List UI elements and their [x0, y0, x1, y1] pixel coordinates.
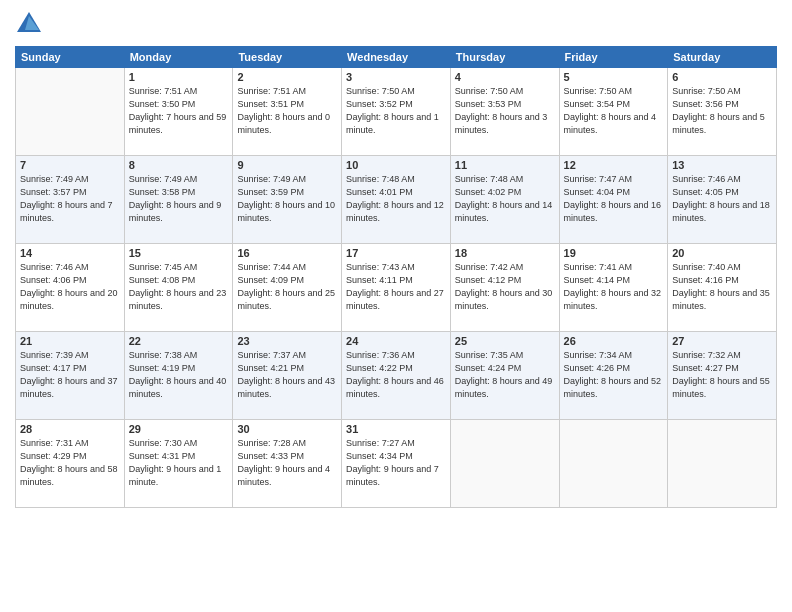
day-number: 31 — [346, 423, 446, 435]
weekday-header-row: SundayMondayTuesdayWednesdayThursdayFrid… — [16, 47, 777, 68]
day-info: Sunrise: 7:50 AM Sunset: 3:53 PM Dayligh… — [455, 85, 555, 137]
day-info: Sunrise: 7:32 AM Sunset: 4:27 PM Dayligh… — [672, 349, 772, 401]
day-number: 9 — [237, 159, 337, 171]
day-info: Sunrise: 7:48 AM Sunset: 4:01 PM Dayligh… — [346, 173, 446, 225]
day-info: Sunrise: 7:47 AM Sunset: 4:04 PM Dayligh… — [564, 173, 664, 225]
day-number: 15 — [129, 247, 229, 259]
day-number: 30 — [237, 423, 337, 435]
weekday-header-thursday: Thursday — [450, 47, 559, 68]
day-info: Sunrise: 7:46 AM Sunset: 4:06 PM Dayligh… — [20, 261, 120, 313]
calendar-cell: 13Sunrise: 7:46 AM Sunset: 4:05 PM Dayli… — [668, 156, 777, 244]
calendar-cell: 15Sunrise: 7:45 AM Sunset: 4:08 PM Dayli… — [124, 244, 233, 332]
calendar-cell: 6Sunrise: 7:50 AM Sunset: 3:56 PM Daylig… — [668, 68, 777, 156]
day-info: Sunrise: 7:28 AM Sunset: 4:33 PM Dayligh… — [237, 437, 337, 489]
day-number: 29 — [129, 423, 229, 435]
day-info: Sunrise: 7:46 AM Sunset: 4:05 PM Dayligh… — [672, 173, 772, 225]
day-info: Sunrise: 7:42 AM Sunset: 4:12 PM Dayligh… — [455, 261, 555, 313]
calendar-cell: 18Sunrise: 7:42 AM Sunset: 4:12 PM Dayli… — [450, 244, 559, 332]
day-number: 11 — [455, 159, 555, 171]
calendar-cell: 24Sunrise: 7:36 AM Sunset: 4:22 PM Dayli… — [342, 332, 451, 420]
day-info: Sunrise: 7:49 AM Sunset: 3:59 PM Dayligh… — [237, 173, 337, 225]
day-number: 21 — [20, 335, 120, 347]
calendar-cell — [16, 68, 125, 156]
day-info: Sunrise: 7:45 AM Sunset: 4:08 PM Dayligh… — [129, 261, 229, 313]
calendar-cell: 4Sunrise: 7:50 AM Sunset: 3:53 PM Daylig… — [450, 68, 559, 156]
calendar-cell: 29Sunrise: 7:30 AM Sunset: 4:31 PM Dayli… — [124, 420, 233, 508]
weekday-header-friday: Friday — [559, 47, 668, 68]
calendar-cell — [559, 420, 668, 508]
day-number: 8 — [129, 159, 229, 171]
day-number: 13 — [672, 159, 772, 171]
day-info: Sunrise: 7:48 AM Sunset: 4:02 PM Dayligh… — [455, 173, 555, 225]
day-number: 18 — [455, 247, 555, 259]
calendar-cell: 27Sunrise: 7:32 AM Sunset: 4:27 PM Dayli… — [668, 332, 777, 420]
calendar-cell: 10Sunrise: 7:48 AM Sunset: 4:01 PM Dayli… — [342, 156, 451, 244]
day-number: 7 — [20, 159, 120, 171]
calendar-cell — [450, 420, 559, 508]
day-number: 2 — [237, 71, 337, 83]
day-info: Sunrise: 7:34 AM Sunset: 4:26 PM Dayligh… — [564, 349, 664, 401]
weekday-header-saturday: Saturday — [668, 47, 777, 68]
day-number: 14 — [20, 247, 120, 259]
calendar-cell: 12Sunrise: 7:47 AM Sunset: 4:04 PM Dayli… — [559, 156, 668, 244]
day-number: 17 — [346, 247, 446, 259]
day-number: 5 — [564, 71, 664, 83]
calendar-cell: 16Sunrise: 7:44 AM Sunset: 4:09 PM Dayli… — [233, 244, 342, 332]
day-info: Sunrise: 7:41 AM Sunset: 4:14 PM Dayligh… — [564, 261, 664, 313]
day-info: Sunrise: 7:31 AM Sunset: 4:29 PM Dayligh… — [20, 437, 120, 489]
day-number: 4 — [455, 71, 555, 83]
day-number: 23 — [237, 335, 337, 347]
logo-icon — [15, 10, 43, 38]
calendar-cell: 9Sunrise: 7:49 AM Sunset: 3:59 PM Daylig… — [233, 156, 342, 244]
day-info: Sunrise: 7:38 AM Sunset: 4:19 PM Dayligh… — [129, 349, 229, 401]
day-info: Sunrise: 7:49 AM Sunset: 3:57 PM Dayligh… — [20, 173, 120, 225]
calendar-cell: 22Sunrise: 7:38 AM Sunset: 4:19 PM Dayli… — [124, 332, 233, 420]
calendar-cell: 28Sunrise: 7:31 AM Sunset: 4:29 PM Dayli… — [16, 420, 125, 508]
calendar-cell: 25Sunrise: 7:35 AM Sunset: 4:24 PM Dayli… — [450, 332, 559, 420]
week-row-0: 1Sunrise: 7:51 AM Sunset: 3:50 PM Daylig… — [16, 68, 777, 156]
day-info: Sunrise: 7:39 AM Sunset: 4:17 PM Dayligh… — [20, 349, 120, 401]
day-info: Sunrise: 7:50 AM Sunset: 3:56 PM Dayligh… — [672, 85, 772, 137]
header — [15, 10, 777, 38]
day-info: Sunrise: 7:35 AM Sunset: 4:24 PM Dayligh… — [455, 349, 555, 401]
day-number: 19 — [564, 247, 664, 259]
day-info: Sunrise: 7:40 AM Sunset: 4:16 PM Dayligh… — [672, 261, 772, 313]
logo — [15, 10, 47, 38]
calendar-cell: 2Sunrise: 7:51 AM Sunset: 3:51 PM Daylig… — [233, 68, 342, 156]
day-number: 12 — [564, 159, 664, 171]
day-number: 10 — [346, 159, 446, 171]
day-number: 24 — [346, 335, 446, 347]
weekday-header-wednesday: Wednesday — [342, 47, 451, 68]
calendar-cell: 3Sunrise: 7:50 AM Sunset: 3:52 PM Daylig… — [342, 68, 451, 156]
calendar-cell: 8Sunrise: 7:49 AM Sunset: 3:58 PM Daylig… — [124, 156, 233, 244]
calendar-cell: 20Sunrise: 7:40 AM Sunset: 4:16 PM Dayli… — [668, 244, 777, 332]
day-number: 22 — [129, 335, 229, 347]
calendar-cell: 7Sunrise: 7:49 AM Sunset: 3:57 PM Daylig… — [16, 156, 125, 244]
day-info: Sunrise: 7:43 AM Sunset: 4:11 PM Dayligh… — [346, 261, 446, 313]
calendar-cell: 11Sunrise: 7:48 AM Sunset: 4:02 PM Dayli… — [450, 156, 559, 244]
weekday-header-tuesday: Tuesday — [233, 47, 342, 68]
day-number: 27 — [672, 335, 772, 347]
calendar-cell: 21Sunrise: 7:39 AM Sunset: 4:17 PM Dayli… — [16, 332, 125, 420]
page: SundayMondayTuesdayWednesdayThursdayFrid… — [0, 0, 792, 612]
day-info: Sunrise: 7:49 AM Sunset: 3:58 PM Dayligh… — [129, 173, 229, 225]
weekday-header-monday: Monday — [124, 47, 233, 68]
day-info: Sunrise: 7:50 AM Sunset: 3:52 PM Dayligh… — [346, 85, 446, 137]
calendar-cell: 31Sunrise: 7:27 AM Sunset: 4:34 PM Dayli… — [342, 420, 451, 508]
calendar-cell: 19Sunrise: 7:41 AM Sunset: 4:14 PM Dayli… — [559, 244, 668, 332]
day-info: Sunrise: 7:37 AM Sunset: 4:21 PM Dayligh… — [237, 349, 337, 401]
day-number: 28 — [20, 423, 120, 435]
week-row-4: 28Sunrise: 7:31 AM Sunset: 4:29 PM Dayli… — [16, 420, 777, 508]
day-number: 6 — [672, 71, 772, 83]
calendar-cell: 30Sunrise: 7:28 AM Sunset: 4:33 PM Dayli… — [233, 420, 342, 508]
calendar-cell: 26Sunrise: 7:34 AM Sunset: 4:26 PM Dayli… — [559, 332, 668, 420]
day-number: 3 — [346, 71, 446, 83]
calendar-cell: 17Sunrise: 7:43 AM Sunset: 4:11 PM Dayli… — [342, 244, 451, 332]
calendar-cell: 23Sunrise: 7:37 AM Sunset: 4:21 PM Dayli… — [233, 332, 342, 420]
week-row-2: 14Sunrise: 7:46 AM Sunset: 4:06 PM Dayli… — [16, 244, 777, 332]
day-info: Sunrise: 7:50 AM Sunset: 3:54 PM Dayligh… — [564, 85, 664, 137]
week-row-1: 7Sunrise: 7:49 AM Sunset: 3:57 PM Daylig… — [16, 156, 777, 244]
day-info: Sunrise: 7:30 AM Sunset: 4:31 PM Dayligh… — [129, 437, 229, 489]
day-info: Sunrise: 7:51 AM Sunset: 3:50 PM Dayligh… — [129, 85, 229, 137]
weekday-header-sunday: Sunday — [16, 47, 125, 68]
